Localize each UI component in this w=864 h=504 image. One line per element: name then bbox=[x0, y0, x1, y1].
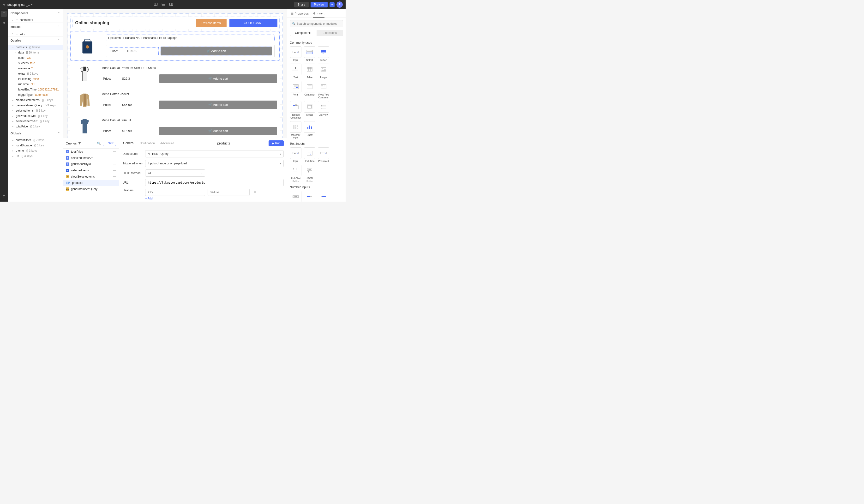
component-search-input[interactable] bbox=[290, 20, 343, 27]
tree-item-isFetching[interactable]: isFetching false bbox=[8, 76, 63, 82]
new-query-button[interactable]: + New bbox=[103, 141, 116, 146]
product-row[interactable]: Mens Casual Premium Slim Fit T-Shirts Pr… bbox=[70, 61, 280, 87]
layout-right-icon[interactable] bbox=[169, 2, 173, 7]
tile-password[interactable]: ****Password bbox=[317, 147, 329, 163]
query-item-generateInsertQuery[interactable]: JsgenerateInsertQuery⋯ bbox=[63, 186, 119, 192]
tile-rte[interactable]: BIARich Text Editor bbox=[290, 165, 302, 183]
tab-general[interactable]: General bbox=[123, 140, 135, 146]
tree-item-products[interactable]: ▾products{} 9 keys bbox=[8, 45, 63, 50]
query-item-products[interactable]: GETproducts⋯ bbox=[63, 180, 119, 186]
triggered-select[interactable]: Inputs change or on page load▾ bbox=[145, 160, 284, 167]
product-row[interactable]: Mens Cotton Jacket Price: $55.99 🛒Add to… bbox=[70, 87, 280, 113]
data-source-select[interactable]: ✎REST Query▾ bbox=[145, 150, 284, 157]
canvas-title[interactable]: Online shopping bbox=[72, 19, 193, 27]
tree-item-selectedItemsArr[interactable]: ▸selectedItemsArr{} 1 key bbox=[8, 119, 63, 124]
query-item-selectedItemsArr[interactable]: fselectedItemsArr⋯ bbox=[63, 155, 119, 161]
tile-rangeslider[interactable]: Range Slider bbox=[317, 191, 329, 202]
tree-item-triggerType[interactable]: triggerType "automatic" bbox=[8, 92, 63, 97]
tile-json[interactable]: JSONJSON Editor bbox=[304, 165, 315, 183]
layout-bottom-icon[interactable] bbox=[161, 2, 165, 7]
more-icon[interactable]: ⋯ bbox=[113, 156, 116, 159]
globals-section[interactable]: Globals⌃ bbox=[8, 129, 63, 137]
more-icon[interactable]: ⋯ bbox=[113, 150, 116, 153]
add-to-cart-button[interactable]: 🛒Add to cart bbox=[159, 127, 277, 135]
components-section[interactable]: Components⌃ bbox=[8, 9, 63, 17]
refresh-items-button[interactable]: Refresh items bbox=[196, 19, 227, 27]
tree-item-latestEndTime[interactable]: latestEndTime 1686326157931 bbox=[8, 87, 63, 92]
header-key-input[interactable] bbox=[145, 189, 205, 196]
home-icon[interactable]: ⌂ bbox=[3, 3, 5, 7]
run-button[interactable]: ▶Run bbox=[268, 141, 284, 146]
product-title[interactable]: Fjallraven - Foldsack No. 1 Backpack, Fi… bbox=[106, 35, 275, 41]
avatar[interactable]: F bbox=[336, 1, 343, 8]
queries-search-icon[interactable]: 🔍 bbox=[97, 142, 101, 145]
query-name[interactable]: products bbox=[179, 141, 268, 145]
project-dropdown[interactable]: shopping-cart_1 ▾ bbox=[8, 3, 32, 7]
tree-item-code[interactable]: code "OK" bbox=[8, 55, 63, 60]
tree-item-cart[interactable]: ▸▢cart bbox=[8, 31, 63, 36]
tree-item-selectedItems[interactable]: ▸selectedItems{} 1 key bbox=[8, 108, 63, 113]
more-icon[interactable]: ⋯ bbox=[113, 175, 116, 178]
layout-left-icon[interactable] bbox=[154, 2, 158, 7]
tile-textarea[interactable]: Text Area bbox=[304, 147, 315, 163]
url-input[interactable] bbox=[145, 179, 284, 186]
method-select[interactable]: GET▾ bbox=[145, 169, 205, 177]
tree-item-message[interactable]: message "" bbox=[8, 66, 63, 71]
more-icon[interactable]: ⋯ bbox=[113, 188, 116, 191]
tree-item-theme[interactable]: ▸theme{} 3 keys bbox=[8, 148, 63, 153]
tab-insert[interactable]: ⊕Insert bbox=[313, 12, 324, 17]
query-item-clearSelectedtems[interactable]: JsclearSelectedtems⋯ bbox=[63, 173, 119, 180]
tile-floattext[interactable]: Float Text Container bbox=[317, 81, 329, 99]
tree-item-data[interactable]: ▸data[] 20 items bbox=[8, 50, 63, 55]
more-icon[interactable]: ⋯ bbox=[113, 181, 116, 184]
tree-item-generateInsertQuery[interactable]: ▸generateInsertQuery{} 9 keys bbox=[8, 103, 63, 108]
tree-item-success[interactable]: success true bbox=[8, 60, 63, 66]
more-icon[interactable]: ⋯ bbox=[113, 169, 116, 172]
tree-item-container1[interactable]: ▸▢container1 bbox=[8, 17, 63, 23]
more-icon[interactable]: ⋯ bbox=[113, 163, 116, 166]
add-to-cart-button[interactable]: 🛒Add to cart bbox=[159, 74, 277, 83]
tile-input2[interactable]: TextInput bbox=[290, 147, 302, 163]
tile-container[interactable]: Container bbox=[304, 81, 315, 99]
tree-item-totalPrice[interactable]: ▸totalPrice{} 1 key bbox=[8, 124, 63, 129]
add-to-cart-button[interactable]: 🛒Add to cart bbox=[160, 47, 272, 56]
header-value-input[interactable] bbox=[208, 189, 250, 196]
tile-select[interactable]: Select bbox=[304, 46, 315, 62]
queries-section[interactable]: Queries⌃ bbox=[8, 36, 63, 45]
tree-item-getProductById[interactable]: ▸getProductById{} 1 key bbox=[8, 113, 63, 119]
tile-input[interactable]: TextInput bbox=[290, 46, 302, 62]
tile-modal[interactable]: ×Modal bbox=[304, 101, 315, 119]
tree-item-extra[interactable]: ▸extra{} 2 keys bbox=[8, 71, 63, 76]
go-to-cart-button[interactable]: GO TO CART bbox=[229, 19, 277, 27]
tab-notification[interactable]: Notification bbox=[139, 141, 155, 146]
tree-rail-icon[interactable]: ☰ bbox=[1, 11, 7, 17]
tree-item-url[interactable]: ▸url{} 3 keys bbox=[8, 153, 63, 159]
preview-button[interactable]: Preview bbox=[311, 2, 327, 8]
preview-dropdown[interactable]: ▾ bbox=[329, 2, 335, 7]
subtab-extensions[interactable]: Extensions bbox=[316, 30, 343, 36]
tile-button[interactable]: BtnBtnButton bbox=[317, 46, 329, 62]
share-button[interactable]: Share bbox=[294, 2, 309, 8]
modals-section[interactable]: Modals⌃ bbox=[8, 23, 63, 31]
tile-masonry[interactable]: Masonry View bbox=[290, 121, 302, 140]
tile-chart[interactable]: Chart bbox=[304, 121, 315, 140]
help-rail-icon[interactable]: ? bbox=[1, 193, 7, 199]
tile-tabbed[interactable]: Tabbed Container bbox=[290, 101, 302, 119]
query-item-selectedItems[interactable]: ⊞selectedItems⋯ bbox=[63, 167, 119, 173]
subtab-components[interactable]: Components bbox=[290, 30, 316, 36]
query-item-getProductById[interactable]: fgetProductById⋯ bbox=[63, 161, 119, 167]
add-header-button[interactable]: + Add bbox=[145, 197, 284, 200]
tree-item-currentUser[interactable]: ▸currentUser{} 7 keys bbox=[8, 137, 63, 143]
settings-rail-icon[interactable]: ⚙ bbox=[1, 20, 7, 26]
tile-form[interactable]: Form bbox=[290, 81, 302, 99]
tree-item-clearSelectedtems[interactable]: ▸clearSelectedtems{} 9 keys bbox=[8, 97, 63, 103]
tile-numinput[interactable]: 1234Number Input bbox=[290, 191, 302, 202]
add-to-cart-button[interactable]: 🛒Add to cart bbox=[159, 100, 277, 109]
tree-item-localStorage[interactable]: ▸localStorage{} 1 key bbox=[8, 143, 63, 148]
product-row[interactable]: Fjallraven - Foldsack No. 1 Backpack, Fi… bbox=[70, 31, 280, 61]
tile-image[interactable]: Image bbox=[317, 64, 329, 79]
query-item-totalPrice[interactable]: ftotalPrice⋯ bbox=[63, 148, 119, 155]
tile-table[interactable]: Table bbox=[304, 64, 315, 79]
tab-advanced[interactable]: Advanced bbox=[160, 141, 175, 146]
delete-icon[interactable]: 🗑 bbox=[252, 189, 258, 196]
